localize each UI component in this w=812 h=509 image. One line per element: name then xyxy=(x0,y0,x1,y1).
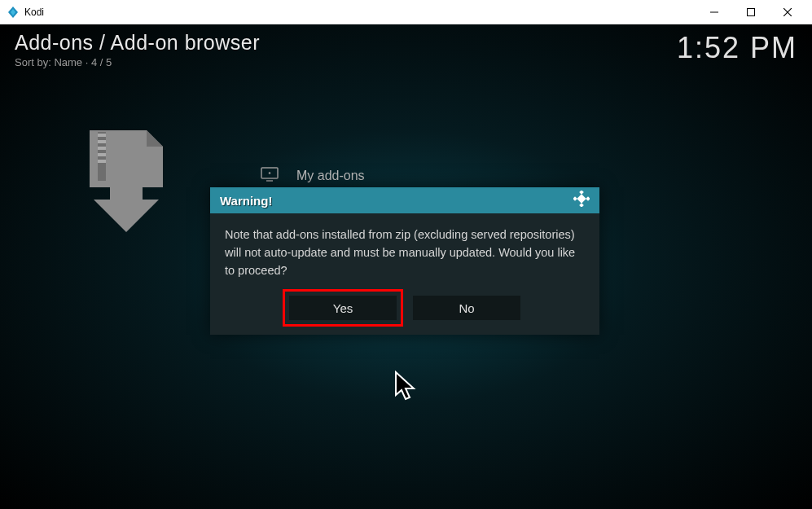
dialog-button-row: Yes No xyxy=(210,287,599,335)
header-bar: Add-ons / Add-on browser Sort by: Name ·… xyxy=(15,31,797,68)
svg-point-11 xyxy=(269,172,271,174)
svg-rect-1 xyxy=(747,8,754,15)
close-button[interactable] xyxy=(769,1,805,24)
tutorial-highlight: Yes xyxy=(283,289,403,327)
no-button[interactable]: No xyxy=(413,296,520,320)
svg-rect-9 xyxy=(98,160,106,163)
svg-rect-14 xyxy=(573,196,577,201)
svg-rect-6 xyxy=(98,140,106,143)
cursor-icon xyxy=(393,371,419,403)
install-from-zip-icon xyxy=(65,122,179,236)
svg-rect-8 xyxy=(98,153,106,156)
window-controls xyxy=(696,1,805,24)
minimize-button[interactable] xyxy=(696,1,732,24)
clock: 1:52 PM xyxy=(677,31,797,65)
svg-rect-13 xyxy=(579,191,584,195)
list-item-my-addons[interactable]: My add-ons xyxy=(261,167,365,185)
sort-info: Sort by: Name · 4 / 5 xyxy=(15,56,260,68)
monitor-icon xyxy=(261,167,279,185)
svg-rect-15 xyxy=(586,196,590,201)
svg-rect-17 xyxy=(577,194,586,203)
svg-rect-16 xyxy=(579,203,584,207)
kodi-app-icon xyxy=(7,6,20,19)
dialog-title: Warning! xyxy=(220,194,272,208)
app-viewport: Add-ons / Add-on browser Sort by: Name ·… xyxy=(0,24,812,509)
kodi-logo-icon xyxy=(573,191,590,210)
window-titlebar: Kodi xyxy=(0,0,812,24)
maximize-button[interactable] xyxy=(732,1,769,24)
svg-rect-5 xyxy=(98,134,106,137)
yes-button[interactable]: Yes xyxy=(289,296,397,320)
window-title: Kodi xyxy=(24,7,696,18)
list-item-label: My add-ons xyxy=(296,169,365,183)
dialog-header: Warning! xyxy=(210,187,599,213)
warning-dialog: Warning! Note that add-ons installed fro… xyxy=(210,187,599,335)
svg-rect-7 xyxy=(98,147,106,150)
dialog-message: Note that add-ons installed from zip (ex… xyxy=(210,213,599,287)
breadcrumb: Add-ons / Add-on browser xyxy=(15,31,260,55)
